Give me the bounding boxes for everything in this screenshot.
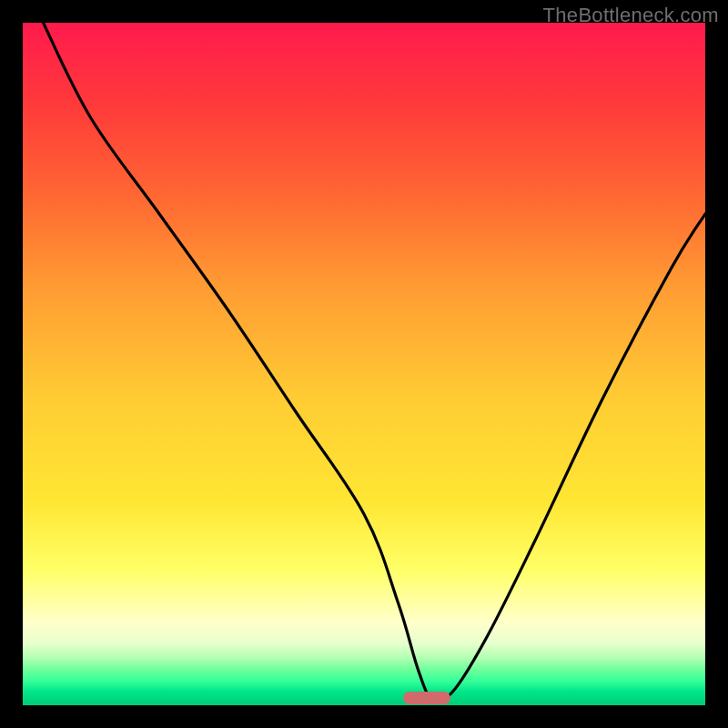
optimal-marker (403, 692, 450, 704)
watermark-text: TheBottleneck.com (543, 4, 719, 27)
gradient-background (23, 23, 705, 705)
plot-area (23, 23, 705, 705)
chart-container: TheBottleneck.com (0, 0, 728, 728)
